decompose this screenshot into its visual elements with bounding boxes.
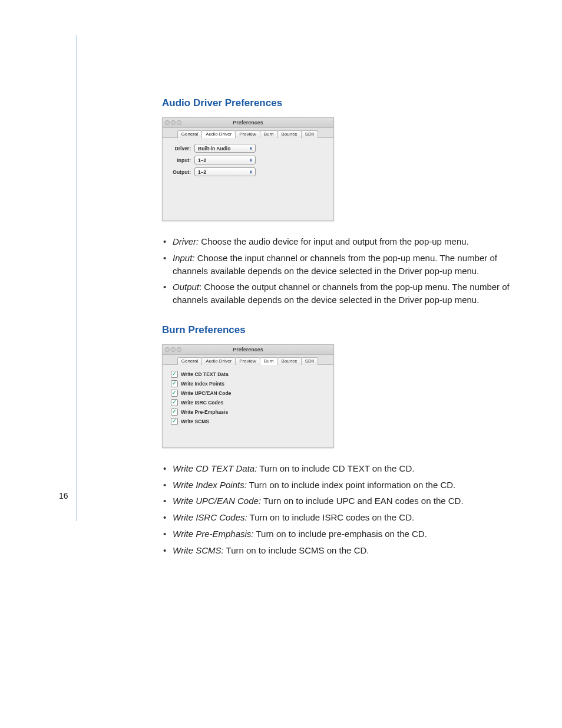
def-output-text: : Choose the output channel or channels … — [173, 282, 510, 305]
tab-audio-driver[interactable]: Audio Driver — [201, 357, 236, 365]
checkbox-upcean-label: Write UPC/EAN Code — [181, 390, 231, 396]
prefs-window-burn: Preferences General Audio Driver Preview… — [162, 344, 334, 448]
heading-audio-driver-prefs: Audio Driver Preferences — [162, 97, 510, 109]
chevron-updown-icon: ▲▼ — [248, 159, 254, 162]
page-number: 16 — [59, 491, 68, 500]
checkbox-indexpts[interactable]: ✓ — [171, 380, 178, 387]
def-indexpts: Write Index Points: Turn on to include i… — [162, 479, 510, 492]
tab-bounce[interactable]: Bounce — [277, 357, 302, 365]
tab-burn[interactable]: Burn — [260, 357, 278, 365]
def-preemph: Write Pre-Emphasis: Turn on to include p… — [162, 528, 510, 541]
tab-bounce[interactable]: Bounce — [277, 130, 302, 138]
def-indexpts-term: Write Index Points: — [173, 480, 247, 490]
def-isrc-text: Turn on to include ISRC codes on the CD. — [247, 512, 414, 522]
def-preemph-term: Write Pre-Emphasis: — [173, 529, 254, 539]
checkbox-scms[interactable]: ✓ — [171, 418, 178, 425]
select-driver[interactable]: Built-in Audio ▲▼ — [194, 144, 256, 153]
def-indexpts-text: Turn on to include index point informati… — [247, 480, 455, 490]
def-output: Output: Choose the output channel or cha… — [162, 281, 510, 307]
checkbox-isrc-label: Write ISRC Codes — [181, 400, 223, 406]
tab-burn[interactable]: Burn — [260, 130, 278, 138]
def-input-text: Choose the input channel or channels fro… — [173, 253, 497, 276]
prefs-body-audio: Driver: Built-in Audio ▲▼ Input: 1–2 ▲▼ … — [163, 138, 333, 220]
tab-sdii[interactable]: SDII — [301, 130, 319, 138]
label-input: Input: — [171, 157, 191, 163]
def-driver: Driver: Choose the audio device for inpu… — [162, 235, 510, 248]
label-output: Output: — [171, 169, 191, 175]
def-scms-text: Turn on to include SCMS on the CD. — [224, 545, 369, 555]
select-input[interactable]: 1–2 ▲▼ — [194, 156, 256, 164]
def-driver-term: Driver: — [173, 236, 199, 246]
def-cdtext-text: Turn on to include CD TEXT on the CD. — [257, 463, 414, 473]
label-driver: Driver: — [171, 146, 191, 151]
checkbox-indexpts-label: Write Index Points — [181, 381, 224, 387]
margin-rule — [77, 35, 77, 521]
def-output-term: Output — [173, 282, 199, 292]
def-input-term: Input: — [173, 253, 195, 263]
chevron-updown-icon: ▲▼ — [248, 170, 254, 174]
tab-preview[interactable]: Preview — [235, 130, 260, 138]
prefs-body-burn: ✓Write CD TEXT Data ✓Write Index Points … — [163, 365, 333, 447]
chevron-updown-icon: ▲▼ — [248, 147, 254, 150]
def-preemph-text: Turn on to include pre-emphasis on the C… — [254, 529, 427, 539]
def-isrc: Write ISRC Codes: Turn on to include ISR… — [162, 511, 510, 524]
burn-definitions-list: Write CD TEXT Data: Turn on to include C… — [162, 462, 510, 557]
heading-burn-prefs: Burn Preferences — [162, 324, 510, 336]
window-titlebar: Preferences — [163, 345, 333, 355]
tab-general[interactable]: General — [177, 357, 202, 365]
prefs-tabs: General Audio Driver Preview Burn Bounce… — [163, 355, 333, 365]
window-title: Preferences — [163, 347, 333, 353]
checkbox-upcean[interactable]: ✓ — [171, 390, 178, 397]
def-scms-term: Write SCMS: — [173, 545, 224, 555]
checkbox-cdtext[interactable]: ✓ — [171, 371, 178, 378]
def-isrc-term: Write ISRC Codes: — [173, 512, 247, 522]
prefs-window-audio: Preferences General Audio Driver Preview… — [162, 117, 334, 221]
def-upcean: Write UPC/EAN Code: Turn on to include U… — [162, 495, 510, 508]
select-output-value: 1–2 — [198, 169, 206, 175]
def-cdtext: Write CD TEXT Data: Turn on to include C… — [162, 462, 510, 475]
audio-definitions-list: Driver: Choose the audio device for inpu… — [162, 235, 510, 307]
select-driver-value: Built-in Audio — [198, 146, 230, 151]
checkbox-isrc[interactable]: ✓ — [171, 399, 178, 406]
def-driver-text: Choose the audio device for input and ou… — [199, 236, 469, 246]
tab-general[interactable]: General — [177, 130, 202, 138]
prefs-tabs: General Audio Driver Preview Burn Bounce… — [163, 128, 333, 138]
checkbox-preemph[interactable]: ✓ — [171, 409, 178, 416]
checkbox-cdtext-label: Write CD TEXT Data — [181, 371, 229, 377]
tab-preview[interactable]: Preview — [235, 357, 260, 365]
tab-sdii[interactable]: SDII — [301, 357, 319, 365]
def-cdtext-term: Write CD TEXT Data: — [173, 463, 257, 473]
checkbox-scms-label: Write SCMS — [181, 419, 209, 424]
select-output[interactable]: 1–2 ▲▼ — [194, 167, 256, 176]
window-titlebar: Preferences — [163, 118, 333, 128]
window-title: Preferences — [163, 120, 333, 126]
checkbox-preemph-label: Write Pre-Emphasis — [181, 409, 228, 415]
def-input: Input: Choose the input channel or chann… — [162, 252, 510, 278]
def-upcean-text: Turn on to include UPC and EAN codes on … — [261, 496, 464, 506]
def-upcean-term: Write UPC/EAN Code: — [173, 496, 261, 506]
def-scms: Write SCMS: Turn on to include SCMS on t… — [162, 544, 510, 557]
select-input-value: 1–2 — [198, 157, 206, 163]
tab-audio-driver[interactable]: Audio Driver — [201, 130, 236, 138]
